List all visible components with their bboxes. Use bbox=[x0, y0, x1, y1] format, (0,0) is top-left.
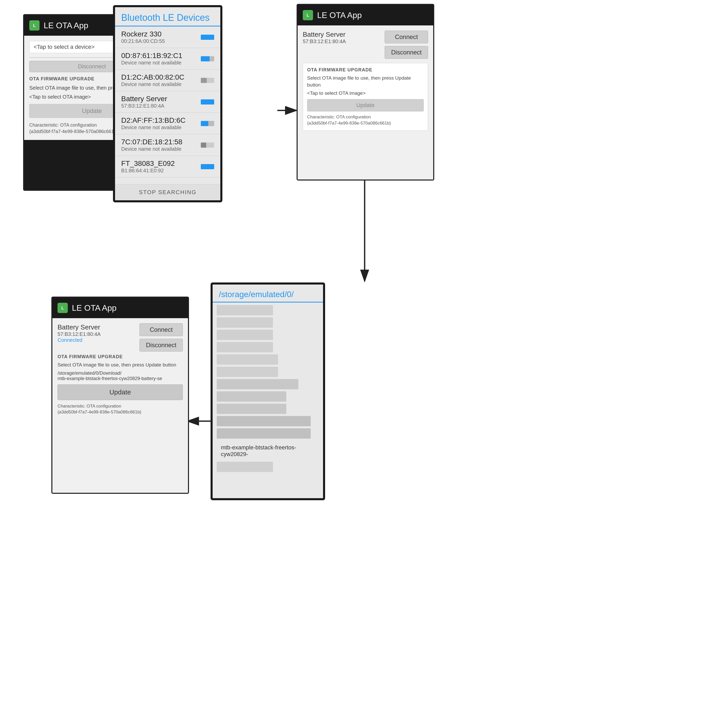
signal-icon bbox=[201, 78, 214, 83]
screen2-stop-btn[interactable]: STOP SEARCHING bbox=[120, 189, 216, 196]
ble-device-item[interactable]: D2:AF:FF:13:BD:6C Device name not availa… bbox=[115, 113, 220, 134]
screen4-update-btn[interactable]: Update bbox=[58, 384, 183, 400]
screen4-connected-label: Connected bbox=[58, 337, 101, 343]
file-item[interactable] bbox=[217, 367, 278, 377]
signal-icon bbox=[201, 121, 214, 126]
screen4-device-row: Battery Server 57:B3:12:E1:80:4A Connect… bbox=[58, 323, 183, 352]
signal-icon bbox=[201, 99, 214, 104]
screen4-connect-btn[interactable]: Connect bbox=[139, 323, 183, 336]
screen4-device-addr: 57:B3:12:E1:80:4A bbox=[58, 331, 101, 337]
file-item[interactable] bbox=[217, 379, 298, 389]
screen4-ota-label: OTA FIRMWARE UPGRADE bbox=[58, 354, 183, 359]
signal-icon bbox=[201, 142, 214, 148]
screen1-app-icon: L bbox=[29, 20, 40, 31]
screen2-device-list: Rockerz 330 00:21:6A:00:CD:55 0D:87:61:1… bbox=[115, 26, 220, 177]
screen3-wrapper: L LE OTA App Battery Server 57:B3:12:E1:… bbox=[297, 4, 434, 180]
screen5-title: /storage/emulated/0/ bbox=[219, 290, 317, 299]
signal-icon bbox=[201, 164, 214, 169]
screen3-update-btn[interactable]: Update bbox=[307, 99, 424, 112]
screen4-ota-section: OTA FIRMWARE UPGRADE Select OTA image fi… bbox=[58, 354, 183, 415]
screen3-tap-ota[interactable]: <Tap to select OTA image> bbox=[307, 90, 424, 96]
ble-device-item[interactable]: 7C:07:DE:18:21:58 Device name not availa… bbox=[115, 134, 220, 156]
screen3-ota-body: Select OTA image file to use, then press… bbox=[307, 75, 424, 88]
screen4-app-icon: L bbox=[58, 303, 68, 313]
ble-device-item[interactable]: Battery Server 57:B3:12:E1:80:4A bbox=[115, 91, 220, 113]
file-item[interactable] bbox=[217, 317, 273, 328]
screen5-file-list: mtb-example-btstack-freertos-cyw20829- bbox=[213, 303, 323, 474]
screen5-wrapper: /storage/emulated/0/ mtb-example-btstack… bbox=[211, 283, 325, 500]
screen3-ota-section: OTA FIRMWARE UPGRADE Select OTA image fi… bbox=[303, 63, 428, 131]
screen2-bottom-bar: STOP SEARCHING bbox=[115, 184, 220, 200]
screen3-connect-btn[interactable]: Connect bbox=[385, 31, 428, 43]
file-item[interactable] bbox=[217, 416, 311, 426]
screen3-app-icon: L bbox=[303, 10, 313, 20]
screen2-wrapper: Bluetooth LE Devices Rockerz 330 00:21:6… bbox=[113, 5, 222, 202]
ble-device-item[interactable]: Rockerz 330 00:21:6A:00:CD:55 bbox=[115, 26, 220, 48]
signal-icon bbox=[201, 56, 214, 61]
svg-text:L: L bbox=[307, 13, 309, 17]
ble-device-item[interactable]: 0D:87:61:1B:92:C1 Device name not availa… bbox=[115, 48, 220, 70]
signal-icon bbox=[201, 35, 214, 40]
svg-text:L: L bbox=[33, 23, 36, 28]
screen2-titlebar: Bluetooth LE Devices bbox=[115, 7, 220, 26]
file-item[interactable] bbox=[217, 354, 278, 365]
screen3-device-addr: 57:B3:12:E1:80:4A bbox=[303, 38, 385, 44]
ble-device-item[interactable]: FT_38083_E092 B1:86:64:41:E0:92 bbox=[115, 156, 220, 177]
file-item[interactable] bbox=[217, 330, 273, 340]
screen3-device-name: Battery Server bbox=[303, 31, 385, 38]
screen1-title: LE OTA App bbox=[44, 21, 88, 30]
file-item[interactable] bbox=[217, 462, 273, 472]
file-item[interactable] bbox=[217, 428, 311, 439]
screen1-tap-input[interactable]: <Tap to select a device> bbox=[29, 41, 120, 53]
screen3-appbar: L LE OTA App bbox=[298, 5, 433, 25]
screen5-filename: mtb-example-btstack-freertos-cyw20829- bbox=[217, 440, 319, 460]
screen4-title: LE OTA App bbox=[72, 303, 116, 313]
file-item[interactable] bbox=[217, 305, 273, 315]
screen3-disconnect-btn[interactable]: Disconnect bbox=[385, 46, 428, 59]
screen5-titlebar: /storage/emulated/0/ bbox=[213, 284, 323, 303]
screen4-disconnect-btn[interactable]: Disconnect bbox=[139, 339, 183, 352]
screen4-appbar: L LE OTA App bbox=[52, 298, 188, 318]
file-item[interactable] bbox=[217, 404, 286, 414]
screen3-device-row: Battery Server 57:B3:12:E1:80:4A Connect… bbox=[303, 31, 428, 59]
screen4-characteristic: Characteristic: OTA configuration {a3dd5… bbox=[58, 403, 183, 416]
screen3-title: LE OTA App bbox=[317, 11, 362, 20]
screen3-characteristic: Characteristic: OTA configuration {a3dd5… bbox=[307, 114, 424, 126]
file-item[interactable] bbox=[217, 342, 273, 352]
screen4-wrapper: L LE OTA App Battery Server 57:B3:12:E1:… bbox=[51, 297, 189, 494]
file-item[interactable] bbox=[217, 392, 286, 402]
screen4-device-name: Battery Server bbox=[58, 323, 101, 331]
screen4-file-path: /storage/emulated/0/Download/mtb-example… bbox=[58, 370, 183, 381]
screen2-title: Bluetooth LE Devices bbox=[121, 12, 214, 23]
svg-text:L: L bbox=[61, 306, 64, 310]
screen3-ota-label: OTA FIRMWARE UPGRADE bbox=[307, 67, 424, 73]
ble-device-item[interactable]: D1:2C:AB:00:82:0C Device name not availa… bbox=[115, 70, 220, 91]
screen4-ota-body: Select OTA image file to use, then press… bbox=[58, 362, 183, 369]
